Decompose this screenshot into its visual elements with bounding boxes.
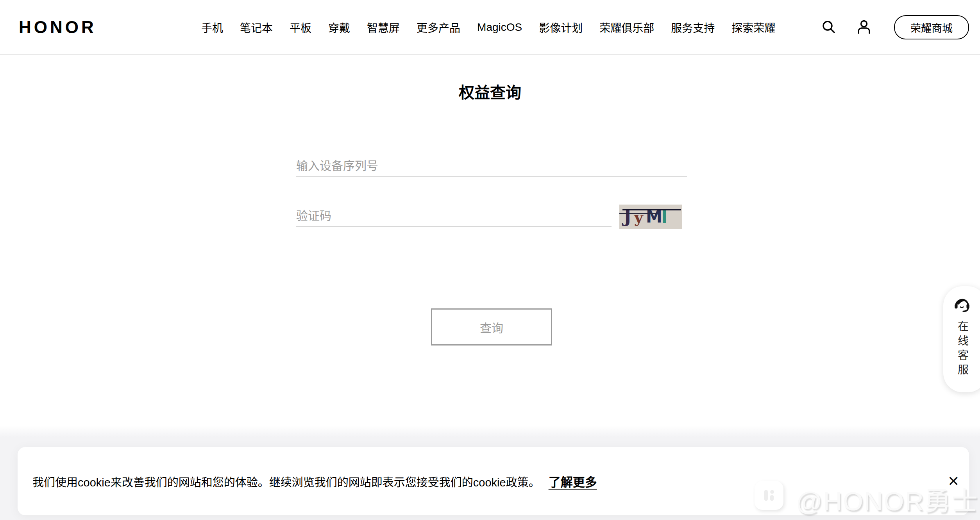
captcha-noise-line [619,213,657,214]
nav-item-laptops[interactable]: 笔记本 [240,20,273,35]
search-icon[interactable] [817,16,840,39]
captcha-char: y [634,209,643,225]
nav-item-magicos[interactable]: MagicOS [477,21,522,34]
nav-item-more-products[interactable]: 更多产品 [417,20,460,35]
nav-item-explore-honor[interactable]: 探索荣耀 [731,20,775,35]
header-actions: 荣耀商城 [817,0,980,55]
serial-number-field [296,155,687,177]
online-service-widget[interactable]: 在线客服 [943,286,980,392]
captcha-noise-line [622,209,681,210]
header: HONOR 手机 笔记本 平板 穿戴 智慧屏 更多产品 MagicOS 影像计划… [0,0,980,55]
nav-item-phones[interactable]: 手机 [201,20,223,35]
online-service-label: 在线客服 [954,321,970,378]
main-nav: 手机 笔记本 平板 穿戴 智慧屏 更多产品 MagicOS 影像计划 荣耀俱乐部… [201,0,775,55]
page: HONOR 手机 笔记本 平板 穿戴 智慧屏 更多产品 MagicOS 影像计划… [0,0,980,520]
captcha-input[interactable] [296,205,612,227]
cookie-message-row: 我们使用cookie来改善我们的网站和您的体验。继续浏览我们的网站即表示您接受我… [32,447,597,515]
headset-icon [952,296,972,315]
nav-item-imaging-plan[interactable]: 影像计划 [539,20,583,35]
cookie-banner: 我们使用cookie来改善我们的网站和您的体验。继续浏览我们的网站即表示您接受我… [18,447,969,515]
nav-item-honor-club[interactable]: 荣耀俱乐部 [599,20,654,35]
query-button[interactable]: 查询 [431,308,552,345]
captcha-char: M [646,209,662,225]
nav-item-smartscreen[interactable]: 智慧屏 [367,20,400,35]
learn-more-link[interactable]: 了解更多 [549,472,597,490]
page-title: 权益查询 [0,80,980,103]
nav-item-wearables[interactable]: 穿戴 [328,20,350,35]
nav-item-service-support[interactable]: 服务支持 [671,20,715,35]
user-icon[interactable] [853,16,875,39]
honor-store-button[interactable]: 荣耀商城 [894,15,969,39]
cookie-message: 我们使用cookie来改善我们的网站和您的体验。继续浏览我们的网站即表示您接受我… [32,473,540,490]
captcha-field [296,205,612,227]
close-icon[interactable]: ✕ [942,470,965,493]
captcha-image[interactable]: J y M [619,205,682,229]
captcha-bar [663,209,666,223]
serial-number-input[interactable] [296,155,687,177]
nav-item-tablets[interactable]: 平板 [290,20,311,35]
honor-logo[interactable]: HONOR [19,0,97,55]
